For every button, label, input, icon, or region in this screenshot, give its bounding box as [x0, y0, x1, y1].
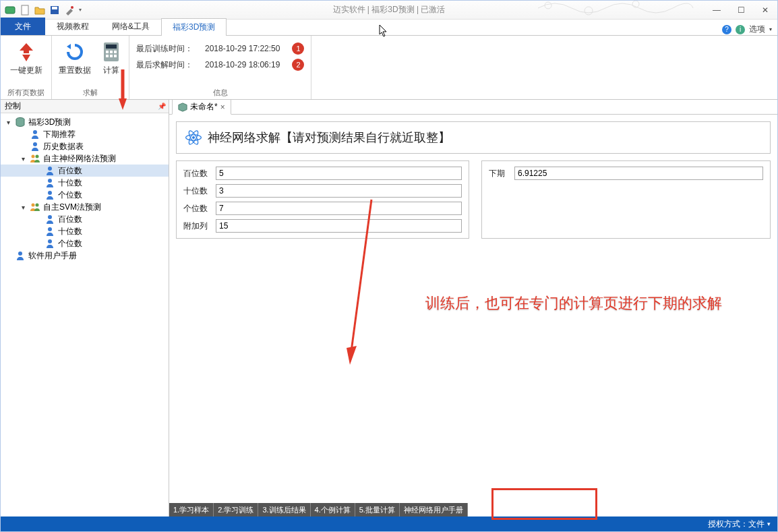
tools-icon[interactable] [64, 5, 75, 16]
field-extra[interactable] [216, 219, 462, 233]
tree-item-label: 历史数据表 [43, 141, 84, 152]
doc-tabs: 未命名* × [169, 100, 777, 115]
svg-rect-10 [106, 51, 109, 53]
tree-item[interactable]: 软件用户手册 [1, 249, 169, 262]
tree-item-label: 十位数 [58, 177, 82, 189]
cube-icon [178, 102, 187, 112]
person-icon [44, 189, 55, 200]
tree-item-label: 软件用户手册 [28, 250, 77, 262]
ribbon-item-calc[interactable]: 计算 [100, 41, 122, 76]
ribbon-group-allpage: 一键更新 所有页数据 [1, 36, 52, 99]
field-next[interactable] [514, 167, 763, 180]
tree-item-label: 下期推荐 [43, 129, 76, 140]
field-label: 十位数 [183, 185, 216, 197]
svg-point-21 [48, 167, 52, 171]
tree-item[interactable]: 百位数 [1, 213, 169, 225]
expand-icon[interactable]: ▾ [20, 155, 27, 162]
decorative-swirl [535, 0, 696, 19]
ribbon-item-reset[interactable]: 重置数据 [59, 41, 91, 76]
btab-4[interactable]: 4.个例计算 [311, 503, 355, 516]
info-label: 最后训练时间： [136, 43, 193, 55]
title-bar: ▾ 迈实软件 | 福彩3D预测 | 已激活 — ☐ ✕ [1, 1, 777, 20]
open-icon[interactable] [34, 5, 45, 16]
tree-item[interactable]: 个位数 [1, 237, 169, 249]
btab-3[interactable]: 3.训练后结果 [258, 503, 310, 516]
tree-item[interactable]: ▾自主SVM法预测 [1, 201, 169, 213]
info-icon[interactable]: i [736, 25, 745, 34]
calculator-icon [100, 41, 122, 63]
person-icon [44, 177, 55, 188]
tree-item[interactable]: 历史数据表 [1, 140, 169, 152]
tree-item[interactable]: 十位数 [1, 177, 169, 189]
svg-point-25 [36, 204, 39, 207]
tab-network[interactable]: 网络&工具 [100, 18, 161, 35]
save-icon[interactable] [49, 5, 60, 16]
ribbon-item-update[interactable]: 一键更新 [10, 41, 42, 76]
panel-header: 神经网络求解【请对预测结果自行就近取整】 [176, 121, 771, 154]
svg-point-18 [33, 142, 37, 146]
new-icon[interactable] [20, 5, 30, 16]
btab-2[interactable]: 2.学习训练 [214, 503, 258, 516]
btab-manual[interactable]: 神经网络用户手册 [400, 503, 468, 516]
svg-point-33 [192, 136, 195, 139]
expand-icon[interactable]: ▾ [20, 204, 27, 211]
sidebar: 控制 📌 ▾福彩3D预测下期推荐历史数据表▾自主神经网络法预测百位数十位数个位数… [1, 100, 169, 516]
ribbon-item-label: 一键更新 [10, 65, 42, 76]
atom-icon [185, 129, 202, 146]
btab-1[interactable]: 1.学习样本 [169, 503, 214, 516]
doc-close-icon[interactable]: × [220, 102, 225, 112]
svg-rect-9 [106, 45, 117, 49]
expand-icon[interactable]: ▾ [5, 119, 12, 126]
tree-item[interactable]: ▾自主神经网络法预测 [1, 152, 169, 165]
svg-rect-3 [52, 7, 57, 9]
options-dropdown-icon[interactable]: ▾ [769, 26, 772, 32]
tree-item[interactable]: 下期推荐 [1, 128, 169, 140]
close-button[interactable]: ✕ [753, 3, 777, 18]
doc-tab-label: 未命名* [190, 101, 218, 113]
field-hundreds[interactable] [216, 167, 462, 180]
tree-item[interactable]: 十位数 [1, 225, 169, 237]
tab-3d[interactable]: 福彩3D预测 [161, 18, 227, 36]
status-dropdown-icon[interactable]: ▾ [767, 521, 771, 527]
tree-item[interactable]: ▾福彩3D预测 [1, 116, 169, 128]
svg-rect-0 [5, 7, 15, 13]
badge-2: 2 [292, 59, 304, 71]
field-ones[interactable] [216, 202, 462, 215]
svg-point-23 [48, 191, 52, 195]
tree-item[interactable]: 个位数 [1, 189, 169, 201]
doc-tab[interactable]: 未命名* × [172, 99, 231, 115]
info-value: 2018-10-29 18:06:19 [205, 60, 280, 69]
app-title: 迈实软件 | 福彩3D预测 | 已激活 [333, 4, 446, 16]
pin-icon[interactable]: 📌 [158, 102, 166, 110]
refresh-red-icon [16, 41, 37, 63]
tree-item-label: 个位数 [58, 189, 82, 201]
btab-5[interactable]: 5.批量计算 [355, 503, 400, 516]
tree-item-label: 福彩3D预测 [28, 117, 71, 128]
main: 控制 📌 ▾福彩3D预测下期推荐历史数据表▾自主神经网络法预测百位数十位数个位数… [1, 100, 777, 516]
svg-point-27 [48, 227, 52, 231]
svg-point-28 [48, 239, 52, 243]
tab-file[interactable]: 文件 [1, 18, 45, 35]
ribbon-group-info: 最后训练时间： 2018-10-29 17:22:50 1 最后求解时间： 20… [129, 36, 311, 99]
help-icon[interactable]: ? [722, 25, 731, 34]
info-label: 最后求解时间： [136, 59, 193, 71]
tree[interactable]: ▾福彩3D预测下期推荐历史数据表▾自主神经网络法预测百位数十位数个位数▾自主SV… [1, 113, 169, 516]
ribbon-tabs: 文件 视频教程 网络&工具 福彩3D预测 ? i 选项 ▾ [1, 20, 777, 36]
minimize-button[interactable]: — [705, 3, 729, 18]
qat: ▾ [1, 5, 82, 16]
svg-rect-11 [110, 51, 113, 53]
tree-item[interactable]: 百位数 [1, 165, 169, 177]
maximize-button[interactable]: ☐ [729, 3, 753, 18]
svg-point-29 [18, 252, 22, 256]
tree-item-label: 自主神经网络法预测 [43, 153, 116, 165]
svg-rect-12 [114, 51, 117, 53]
badge-1: 1 [292, 42, 304, 55]
field-tens[interactable] [216, 184, 462, 198]
field-label: 下期 [489, 168, 514, 179]
qat-dropdown-icon[interactable]: ▾ [79, 7, 82, 13]
options-label[interactable]: 选项 [749, 24, 765, 35]
ribbon: 一键更新 所有页数据 重置数据 计算 求解 最后训练时间： 2018-10-29… [1, 36, 777, 100]
tab-video[interactable]: 视频教程 [45, 18, 100, 35]
svg-point-24 [32, 204, 35, 207]
ribbon-item-label: 计算 [103, 65, 119, 76]
